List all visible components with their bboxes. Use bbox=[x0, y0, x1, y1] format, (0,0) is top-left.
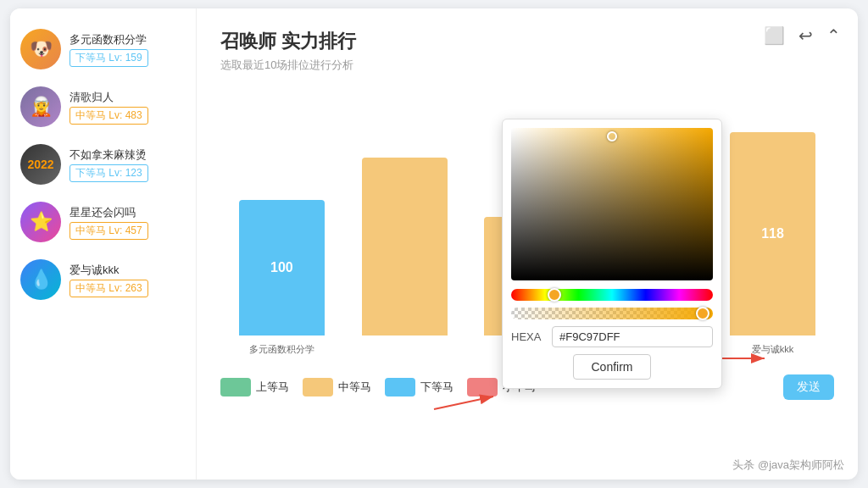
legend-label-3: 下等马 bbox=[420, 380, 453, 395]
person-icon[interactable]: ⌃ bbox=[826, 25, 841, 46]
sidebar: 🐶 多元函数积分学 下等马 Lv: 159 🧝 清歌归人 中等马 Lv: 483… bbox=[10, 8, 197, 480]
legend-color-green bbox=[220, 378, 251, 396]
legend-shangdengma: 上等马 bbox=[220, 378, 289, 396]
hue-cursor bbox=[548, 288, 561, 302]
bar-group-2 bbox=[343, 158, 466, 336]
player-info-4: 星星还会闪吗 中等马 Lv: 457 bbox=[70, 205, 148, 240]
player-name-4: 星星还会闪吗 bbox=[70, 205, 148, 220]
legend-zhongdengma: 中等马 bbox=[303, 378, 371, 396]
undo-icon[interactable]: ↩ bbox=[798, 25, 813, 46]
confirm-button[interactable]: Confirm bbox=[573, 354, 650, 380]
bar-group-1: 100 多元函数积分学 bbox=[220, 200, 343, 336]
avatar-4: ⭐ bbox=[20, 202, 61, 242]
player-level-4: 中等马 Lv: 457 bbox=[70, 222, 148, 240]
hex-row: HEXA bbox=[511, 326, 713, 347]
avatar-3: 2022 bbox=[20, 144, 61, 185]
top-icons: ⬜ ↩ ⌃ bbox=[764, 25, 841, 46]
player-level-3: 下等马 Lv: 123 bbox=[70, 164, 148, 182]
legend-color-blue bbox=[385, 378, 415, 396]
player-item-4[interactable]: ⭐ 星星还会闪吗 中等马 Lv: 457 bbox=[10, 195, 196, 249]
player-info-1: 多元函数积分学 下等马 Lv: 159 bbox=[70, 32, 148, 67]
bar-1: 100 bbox=[239, 200, 325, 336]
color-picker-popup: HEXA Confirm bbox=[502, 119, 722, 389]
legend-color-red bbox=[467, 378, 498, 396]
color-cursor bbox=[607, 131, 617, 141]
legend-color-orange bbox=[303, 378, 333, 396]
alpha-cursor bbox=[696, 307, 709, 320]
player-info-3: 不如拿来麻辣烫 下等马 Lv: 123 bbox=[70, 147, 148, 182]
player-item-3[interactable]: 2022 不如拿来麻辣烫 下等马 Lv: 123 bbox=[10, 137, 196, 191]
player-name-3: 不如拿来麻辣烫 bbox=[70, 147, 148, 163]
bar-2 bbox=[362, 158, 448, 336]
main-content: ⬜ ↩ ⌃ 召唤师 实力排行 选取最近10场排位进行分析 100 多元函数积分学 bbox=[197, 8, 858, 480]
watermark: 头杀 @java架构师阿松 bbox=[732, 458, 844, 473]
fullscreen-icon[interactable]: ⬜ bbox=[764, 25, 785, 46]
player-item-1[interactable]: 🐶 多元函数积分学 下等马 Lv: 159 bbox=[10, 22, 196, 76]
send-button[interactable]: 发送 bbox=[783, 374, 834, 400]
bar-label-5: 爱与诚kkk bbox=[752, 343, 794, 356]
player-item-5[interactable]: 💧 爱与诚kkk 中等马 Lv: 263 bbox=[10, 252, 196, 307]
legend-xiadengma: 下等马 bbox=[385, 378, 453, 396]
bar-group-5: 118 爱与诚kkk bbox=[711, 132, 834, 336]
player-name-1: 多元函数积分学 bbox=[70, 32, 148, 47]
avatar-1: 🐶 bbox=[20, 29, 61, 69]
avatar-5: 💧 bbox=[20, 259, 61, 300]
avatar-2: 🧝 bbox=[20, 86, 61, 127]
player-level-2: 中等马 Lv: 483 bbox=[70, 107, 148, 125]
main-container: 🐶 多元函数积分学 下等马 Lv: 159 🧝 清歌归人 中等马 Lv: 483… bbox=[10, 8, 858, 480]
player-name-2: 清歌归人 bbox=[70, 90, 148, 105]
color-gradient-box[interactable] bbox=[511, 128, 713, 280]
alpha-slider[interactable] bbox=[511, 308, 713, 319]
hex-input[interactable] bbox=[552, 326, 713, 347]
legend-label-1: 上等马 bbox=[256, 380, 289, 395]
player-level-1: 下等马 Lv: 159 bbox=[70, 49, 148, 67]
player-item-2[interactable]: 🧝 清歌归人 中等马 Lv: 483 bbox=[10, 80, 196, 134]
player-info-2: 清歌归人 中等马 Lv: 483 bbox=[70, 90, 148, 125]
page-subtitle: 选取最近10场排位进行分析 bbox=[220, 58, 834, 73]
bar-5: 118 bbox=[730, 132, 815, 336]
player-level-5: 中等马 Lv: 263 bbox=[70, 280, 148, 297]
legend-label-2: 中等马 bbox=[338, 380, 371, 395]
bar-label-1: 多元函数积分学 bbox=[249, 343, 314, 356]
hex-label: HEXA bbox=[511, 330, 545, 343]
page-title: 召唤师 实力排行 bbox=[220, 29, 834, 54]
hue-slider[interactable] bbox=[511, 289, 713, 301]
player-name-5: 爱与诚kkk bbox=[70, 263, 148, 278]
player-info-5: 爱与诚kkk 中等马 Lv: 263 bbox=[70, 263, 148, 297]
